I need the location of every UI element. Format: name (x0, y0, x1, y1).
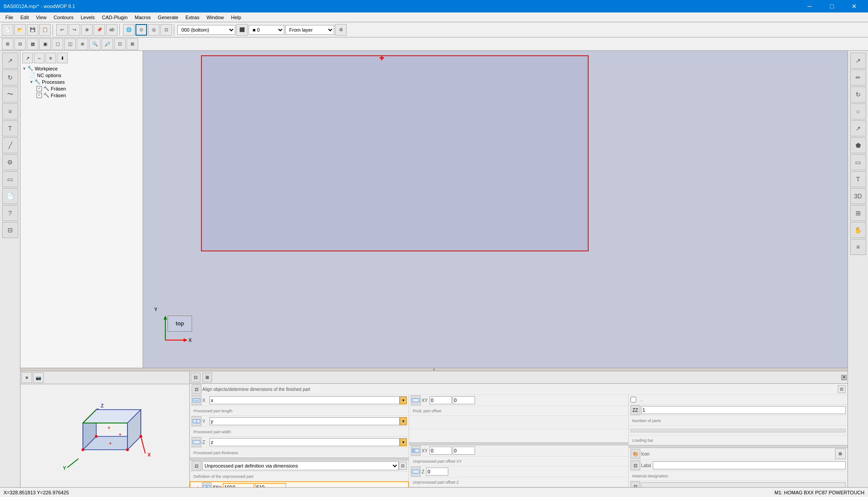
view3d-button[interactable]: ◎ (148, 24, 160, 36)
3d-icon[interactable]: 📷 (33, 372, 44, 383)
frasen1-checkbox[interactable] (37, 86, 42, 91)
y-input[interactable] (209, 417, 400, 425)
frasen2-checkbox[interactable] (37, 93, 42, 98)
menu-item-generate[interactable]: Generate (154, 14, 182, 21)
settings-button[interactable]: ⚙ (335, 24, 347, 36)
lt-doc[interactable]: 📄 (2, 188, 18, 204)
horizontal-splitter[interactable]: ▼ (20, 368, 848, 371)
z-arrow[interactable]: ▼ (400, 438, 407, 446)
canvas-viewport[interactable] (201, 55, 589, 251)
tb2-btn9[interactable]: 🔎 (102, 38, 113, 50)
menu-item-window[interactable]: Window (203, 14, 227, 21)
label-input[interactable] (653, 461, 846, 469)
layer-select[interactable]: 000 (bottom) (177, 25, 235, 35)
lt-layers2[interactable]: ⊟ (2, 222, 18, 238)
tree-nc-options[interactable]: 📄 NC options (29, 72, 141, 78)
save-button[interactable]: 💾 (27, 24, 38, 36)
menu-item-extras[interactable]: Extras (182, 14, 203, 21)
color-select[interactable]: ■ 0 (249, 25, 284, 35)
lt-diagonal[interactable]: ╱ (2, 137, 18, 153)
lt-text[interactable]: T (2, 120, 18, 136)
menu-item-view[interactable]: View (33, 14, 50, 21)
tree-btn3[interactable]: ≡ (45, 53, 56, 63)
undo-button[interactable]: ↩ (56, 24, 68, 36)
menu-item-cad-plugin[interactable]: CAD-Plugin (98, 14, 131, 21)
tree-frasen2[interactable]: 🔨 Fräsen (37, 92, 141, 99)
lt-layers[interactable]: ≡ (2, 103, 18, 119)
menu-item-levels[interactable]: Levels (77, 14, 98, 21)
lt-select[interactable]: ↗ (2, 53, 18, 69)
tb2-btn3[interactable]: ▦ (27, 38, 38, 50)
rt-grid[interactable]: ⊞ (850, 205, 866, 221)
rt-T[interactable]: T (850, 171, 866, 187)
tb2-btn6[interactable]: ◫ (64, 38, 76, 50)
lt-rotate[interactable]: ↻ (2, 70, 18, 86)
props-icon2[interactable]: ⊞ (202, 373, 212, 382)
menu-item-contours[interactable]: Contours (50, 14, 77, 21)
menu-item-help[interactable]: Help (228, 14, 245, 21)
layer-icon[interactable]: ⬛ (236, 24, 248, 36)
rt-pen[interactable]: ✏ (850, 70, 866, 86)
xy2-x-input[interactable] (430, 447, 452, 455)
rt-shape[interactable]: ⬟ (850, 137, 866, 153)
lt-gear[interactable]: ⚙ (2, 154, 18, 170)
props-close[interactable]: ✕ (841, 375, 847, 380)
xy2-y-input[interactable] (453, 447, 475, 455)
tree-btn1[interactable]: ↗ (22, 53, 33, 63)
tree-workpiece[interactable]: ▼ 🔧 Workpiece (22, 65, 141, 72)
paste-button[interactable]: 📌 (94, 24, 105, 36)
circle-button[interactable]: ⊙ (135, 24, 147, 36)
tree-btn4[interactable]: ⬇ (57, 53, 68, 63)
menu-item-edit[interactable]: Edit (17, 14, 33, 21)
menu-item-file[interactable]: File (2, 14, 17, 21)
rt-layers3[interactable]: ≡ (850, 239, 866, 255)
rt-circle2[interactable]: ○ (850, 103, 866, 119)
icon-btn[interactable]: ⊞ (835, 448, 846, 459)
xy-x-input[interactable] (430, 396, 452, 404)
tb2-btn11[interactable]: ⊠ (127, 38, 138, 50)
save-as-button[interactable]: 📋 (39, 24, 51, 36)
globe-button[interactable]: 🌐 (123, 24, 135, 36)
view-button2[interactable]: ⊡ (160, 24, 172, 36)
z2-input[interactable] (426, 468, 448, 476)
menu-item-macros[interactable]: Macros (131, 14, 154, 21)
tb2-btn5[interactable]: ▢ (52, 38, 63, 50)
lt-help[interactable]: ? (2, 205, 18, 221)
canvas-area[interactable]: ✚ Y X (143, 51, 848, 368)
align-btn1[interactable]: ⊡ (838, 385, 846, 393)
new-button[interactable]: 📄 (2, 24, 13, 36)
from-layer-select[interactable]: From layer (285, 25, 334, 35)
dim-y-input[interactable] (255, 483, 286, 487)
lt-rect[interactable]: ▭ (2, 171, 18, 187)
x-input[interactable] (209, 396, 400, 404)
rt-3d[interactable]: 3D (850, 188, 866, 204)
tree-frasen1[interactable]: 🔨 Fräsen (37, 85, 141, 92)
tb2-btn7[interactable]: ⊕ (77, 38, 88, 50)
dim-x-input[interactable] (223, 483, 254, 487)
lt-wave[interactable]: 〜 (2, 86, 18, 103)
unprocessed-select[interactable]: Unprocessed part definition via dimensio… (202, 461, 399, 470)
tb2-btn10[interactable]: ⊡ (114, 38, 126, 50)
text-button[interactable]: ab (106, 24, 118, 36)
x-arrow[interactable]: ▼ (400, 396, 407, 404)
rt-rotate2[interactable]: ↻ (850, 86, 866, 103)
tb2-btn2[interactable]: ⊟ (14, 38, 26, 50)
redo-button[interactable]: ↪ (69, 24, 80, 36)
minimize-button[interactable]: ─ (799, 0, 820, 12)
z-input[interactable] (209, 438, 400, 446)
rt-cursor[interactable]: ↗ (850, 53, 866, 69)
copy-button[interactable]: ⊕ (81, 24, 93, 36)
maximize-button[interactable]: □ (822, 0, 842, 12)
xy-y-input[interactable] (453, 396, 475, 404)
open-button[interactable]: 📂 (14, 24, 26, 36)
tb2-btn4[interactable]: ▣ (39, 38, 51, 50)
tb2-btn8[interactable]: 🔍 (89, 38, 101, 50)
rt-hand[interactable]: ✋ (850, 222, 866, 238)
y-arrow[interactable]: ▼ (400, 417, 407, 425)
tree-processes[interactable]: ▼ 🔧 Processes (29, 78, 141, 85)
tree-btn2[interactable]: ↔ (34, 53, 45, 63)
num-input[interactable] (641, 406, 846, 414)
right-checkbox1[interactable] (631, 397, 636, 403)
props-icon1[interactable]: ⊡ (191, 373, 201, 382)
rt-arrow2[interactable]: ↗ (850, 120, 866, 136)
